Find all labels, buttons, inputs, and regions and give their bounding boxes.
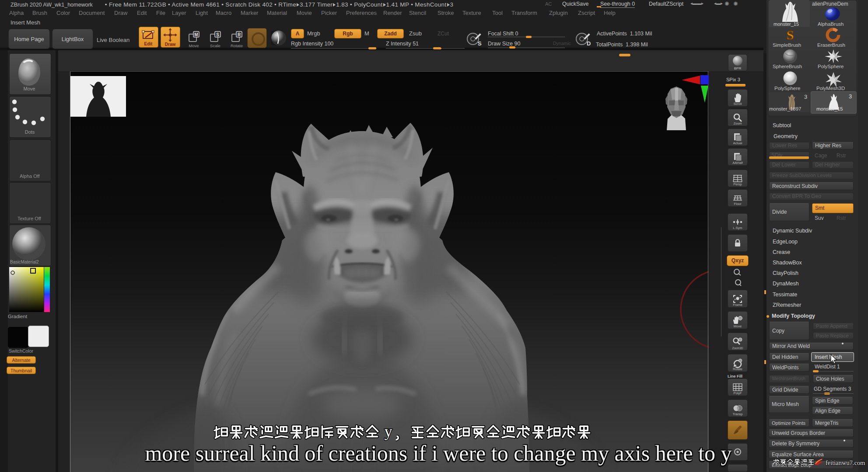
svg-text:Move: Move — [189, 43, 199, 48]
svg-text:M: M — [194, 32, 198, 37]
svg-text:S: S — [787, 28, 794, 42]
svg-text:D: D — [587, 40, 591, 47]
svg-text:R: R — [238, 32, 241, 37]
svg-text:S: S — [478, 40, 482, 47]
svg-text:Move: Move — [24, 86, 35, 91]
svg-text:y: y — [385, 424, 392, 440]
svg-text:Dots: Dots — [25, 129, 35, 135]
svg-text:Rotate: Rotate — [231, 43, 243, 48]
svg-text:Scale: Scale — [210, 43, 220, 48]
svg-text:S: S — [216, 32, 219, 37]
svg-text:Edit: Edit — [144, 42, 153, 46]
svg-text:Draw: Draw — [165, 42, 176, 47]
